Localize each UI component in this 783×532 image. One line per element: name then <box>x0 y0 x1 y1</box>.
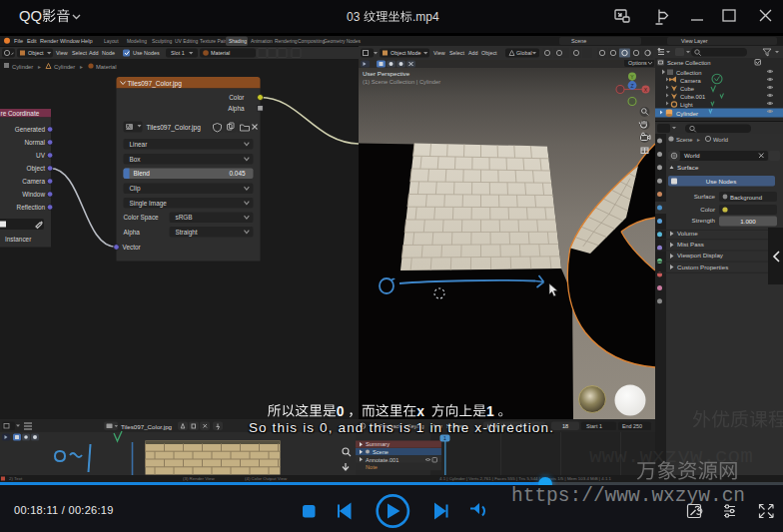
svg-text:0: 0 <box>337 404 345 419</box>
svg-text:x: x <box>416 404 424 419</box>
svg-text:1: 1 <box>486 404 494 419</box>
svg-text:www.wxzyw.com: www.wxzyw.com <box>589 445 753 468</box>
